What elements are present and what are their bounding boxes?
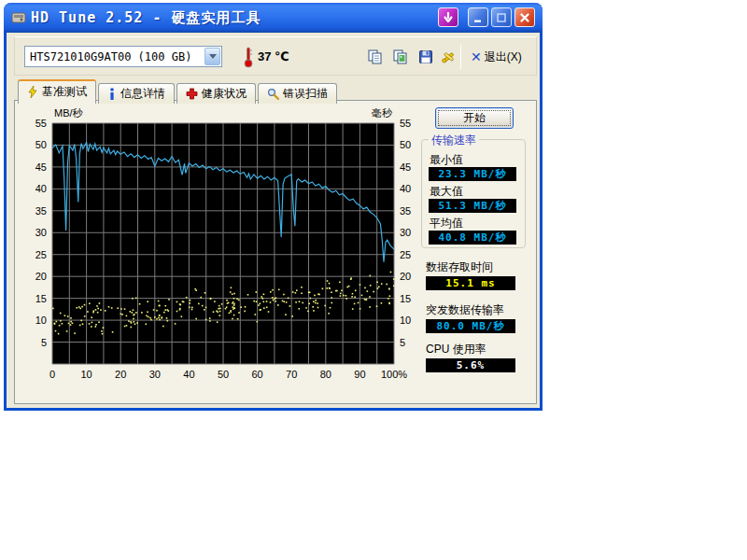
access-time-value: 15.1 ms bbox=[426, 276, 515, 290]
svg-text:55: 55 bbox=[400, 118, 411, 129]
tab-error-scan-label: 错误扫描 bbox=[283, 86, 328, 102]
hdtune-window: HD Tune 2.52 - 硬盘实用工具 bbox=[4, 3, 543, 411]
svg-text:50: 50 bbox=[218, 369, 229, 380]
svg-text:40: 40 bbox=[35, 183, 47, 194]
tab-error-scan[interactable]: 错误扫描 bbox=[258, 83, 337, 104]
exit-button[interactable]: ✕ 退出(X) bbox=[467, 46, 526, 68]
svg-text:80: 80 bbox=[320, 369, 331, 380]
save-button[interactable] bbox=[414, 46, 437, 68]
svg-text:35: 35 bbox=[400, 205, 411, 217]
svg-text:20: 20 bbox=[35, 271, 47, 282]
svg-text:60: 60 bbox=[251, 369, 262, 380]
svg-text:50: 50 bbox=[400, 139, 411, 150]
svg-text:40: 40 bbox=[183, 369, 194, 380]
app-disk-icon bbox=[10, 10, 27, 25]
svg-text:10: 10 bbox=[80, 369, 92, 380]
benchmark-panel: 5555505045454040353530302525202015151010… bbox=[14, 100, 537, 404]
combobox-dropdown-arrow[interactable] bbox=[204, 48, 220, 65]
error-scan-icon bbox=[267, 88, 279, 100]
copy-screenshot-button[interactable] bbox=[388, 46, 412, 68]
svg-text:45: 45 bbox=[400, 161, 411, 173]
transfer-rate-group: 传输速率 最小值 23.3 MB/秒 最大值 51.3 MB/秒 平均值 40.… bbox=[421, 139, 526, 248]
svg-text:0: 0 bbox=[49, 369, 55, 380]
tab-health-label: 健康状况 bbox=[202, 86, 247, 102]
exit-x-icon: ✕ bbox=[471, 50, 482, 63]
avg-label: 平均值 bbox=[430, 216, 463, 231]
minimize-button[interactable] bbox=[468, 7, 488, 27]
svg-text:30: 30 bbox=[149, 369, 161, 380]
svg-text:70: 70 bbox=[286, 369, 297, 380]
drive-select-value: HTS721010G9AT00 (100 GB) bbox=[25, 50, 204, 63]
burst-rate-label: 突发数据传输率 bbox=[426, 302, 504, 318]
close-icon bbox=[519, 12, 530, 23]
tab-info[interactable]: 信息详情 bbox=[98, 83, 175, 104]
minimize-icon bbox=[472, 12, 484, 23]
svg-text:10: 10 bbox=[400, 315, 411, 326]
min-value: 23.3 MB/秒 bbox=[429, 167, 516, 181]
tab-info-label: 信息详情 bbox=[120, 86, 165, 102]
benchmark-icon bbox=[27, 86, 38, 98]
avg-value: 40.8 MB/秒 bbox=[429, 231, 516, 245]
svg-text:30: 30 bbox=[400, 227, 411, 238]
svg-text:35: 35 bbox=[35, 205, 47, 217]
window-title: HD Tune 2.52 - 硬盘实用工具 bbox=[31, 9, 261, 27]
title-bar[interactable]: HD Tune 2.52 - 硬盘实用工具 bbox=[4, 3, 543, 33]
svg-text:5: 5 bbox=[41, 337, 47, 348]
options-icon bbox=[440, 49, 457, 65]
burst-rate-value: 80.0 MB/秒 bbox=[426, 319, 515, 333]
svg-text:25: 25 bbox=[400, 249, 411, 260]
chart-svg: 5555505045454040353530302525202015151010… bbox=[15, 101, 418, 392]
down-arrow-icon bbox=[443, 12, 454, 23]
copy-image-icon bbox=[392, 49, 409, 65]
svg-text:MB/秒: MB/秒 bbox=[54, 107, 84, 119]
svg-text:45: 45 bbox=[35, 161, 47, 173]
access-time-label: 数据存取时间 bbox=[426, 259, 493, 275]
tab-benchmark-label: 基准测试 bbox=[42, 84, 87, 100]
start-button[interactable]: 开始 bbox=[435, 107, 514, 129]
copy-icon bbox=[367, 49, 384, 65]
save-icon bbox=[417, 49, 434, 65]
svg-text:20: 20 bbox=[400, 271, 411, 282]
svg-text:5: 5 bbox=[400, 337, 405, 348]
thermometer-icon bbox=[243, 46, 254, 68]
svg-text:40: 40 bbox=[400, 183, 411, 194]
maximize-icon bbox=[496, 12, 507, 23]
toolbar-separator bbox=[460, 45, 461, 69]
benchmark-chart: 5555505045454040353530302525202015151010… bbox=[15, 101, 418, 392]
svg-text:30: 30 bbox=[35, 227, 47, 238]
svg-text:90: 90 bbox=[354, 369, 365, 380]
toolbar: HTS721010G9AT00 (100 GB) 37 ℃ bbox=[14, 36, 537, 76]
max-value: 51.3 MB/秒 bbox=[429, 199, 516, 213]
tab-bar: 基准测试 信息详情 健康状况 错误扫描 bbox=[18, 79, 339, 104]
health-icon bbox=[186, 88, 198, 100]
svg-text:15: 15 bbox=[400, 293, 411, 304]
svg-text:50: 50 bbox=[35, 139, 47, 150]
chevron-down-icon bbox=[209, 54, 217, 59]
svg-text:100%: 100% bbox=[381, 369, 407, 380]
options-button[interactable] bbox=[436, 46, 459, 68]
focus-rect bbox=[438, 110, 511, 126]
min-label: 最小值 bbox=[430, 152, 463, 168]
svg-text:25: 25 bbox=[35, 249, 47, 260]
download-arrow-button[interactable] bbox=[438, 7, 458, 27]
svg-text:20: 20 bbox=[115, 369, 126, 380]
tab-benchmark[interactable]: 基准测试 bbox=[18, 79, 96, 104]
svg-text:15: 15 bbox=[35, 293, 47, 304]
maximize-button[interactable] bbox=[491, 7, 512, 27]
svg-text:10: 10 bbox=[35, 315, 47, 326]
exit-label: 退出(X) bbox=[485, 49, 522, 65]
copy-button[interactable] bbox=[363, 46, 387, 68]
cpu-usage-value: 5.6% bbox=[426, 358, 515, 372]
tab-health[interactable]: 健康状况 bbox=[176, 83, 256, 104]
close-button[interactable] bbox=[514, 7, 535, 27]
svg-text:55: 55 bbox=[35, 118, 47, 129]
cpu-usage-label: CPU 使用率 bbox=[426, 342, 486, 357]
info-icon bbox=[107, 88, 117, 100]
drive-select[interactable]: HTS721010G9AT00 (100 GB) bbox=[24, 46, 222, 67]
temperature-value: 37 ℃ bbox=[258, 49, 289, 63]
transfer-rate-group-title: 传输速率 bbox=[429, 133, 479, 148]
max-label: 最大值 bbox=[430, 184, 463, 200]
svg-text:毫秒: 毫秒 bbox=[372, 107, 393, 119]
